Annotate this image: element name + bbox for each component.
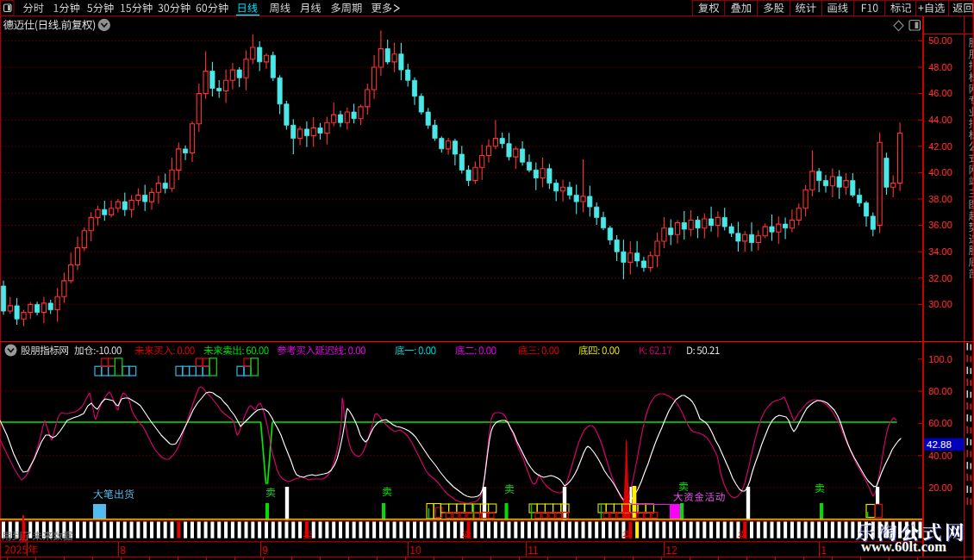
svg-text:100.0: 100.0 bbox=[928, 354, 952, 364]
svg-text:40.00: 40.00 bbox=[928, 451, 952, 461]
svg-text:42.00: 42.00 bbox=[928, 141, 952, 152]
svg-text:20.00: 20.00 bbox=[928, 482, 952, 493]
svg-text:32.00: 32.00 bbox=[928, 273, 952, 283]
svg-text:46.00: 46.00 bbox=[928, 88, 952, 98]
svg-text:80.00: 80.00 bbox=[928, 386, 952, 396]
svg-text:10: 10 bbox=[409, 544, 421, 557]
svg-text:12: 12 bbox=[665, 544, 677, 557]
svg-text:1: 1 bbox=[821, 544, 827, 557]
svg-text:www.60lt.com: www.60lt.com bbox=[861, 538, 946, 555]
svg-text:50.00: 50.00 bbox=[928, 35, 952, 46]
svg-text:8: 8 bbox=[120, 544, 126, 557]
svg-text:40.00: 40.00 bbox=[928, 167, 952, 177]
svg-text:30.00: 30.00 bbox=[928, 299, 952, 309]
svg-text:36.00: 36.00 bbox=[928, 220, 952, 230]
svg-text:38.00: 38.00 bbox=[928, 194, 952, 204]
svg-text:11: 11 bbox=[528, 544, 539, 557]
svg-text:48.00: 48.00 bbox=[928, 62, 952, 72]
svg-text:42.88: 42.88 bbox=[927, 439, 952, 450]
svg-text:34.00: 34.00 bbox=[928, 246, 952, 257]
svg-text:44.00: 44.00 bbox=[928, 115, 952, 125]
svg-text:9: 9 bbox=[262, 544, 268, 557]
svg-text:60.00: 60.00 bbox=[928, 418, 952, 428]
